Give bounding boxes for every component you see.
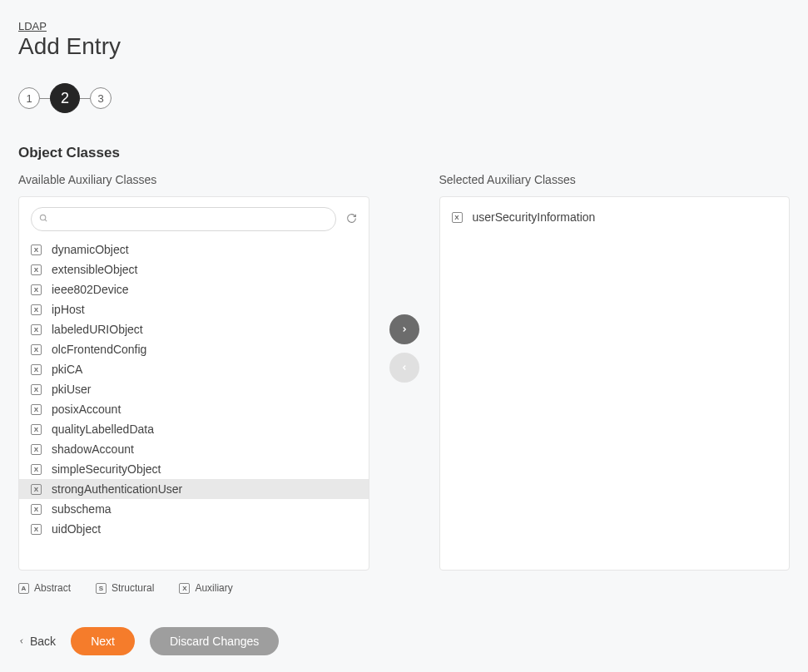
- chevron-left-icon: [18, 635, 25, 648]
- class-item-label: posixAccount: [52, 403, 121, 416]
- type-badge-icon: A: [18, 583, 29, 594]
- section-title-object-classes: Object Classes: [18, 145, 790, 161]
- available-list-box: XdynamicObjectXextensibleObjectXieee802D…: [18, 196, 369, 571]
- class-item-label: extensibleObject: [52, 263, 138, 276]
- class-item-label: pkiUser: [52, 383, 91, 396]
- class-item-label: shadowAccount: [52, 442, 134, 456]
- footer-actions: Back Next Discard Changes: [18, 627, 790, 655]
- move-left-button: [389, 353, 419, 383]
- type-badge-icon: X: [31, 484, 42, 495]
- back-button[interactable]: Back: [18, 635, 56, 648]
- back-label: Back: [30, 635, 56, 648]
- available-class-item[interactable]: XpkiCA: [19, 359, 369, 379]
- available-class-list: XdynamicObjectXextensibleObjectXieee802D…: [19, 240, 369, 570]
- type-badge-icon: X: [179, 583, 190, 594]
- step-connector: [80, 98, 90, 99]
- move-right-button[interactable]: [389, 314, 419, 344]
- available-class-item[interactable]: XposixAccount: [19, 399, 369, 419]
- available-class-item[interactable]: XshadowAccount: [19, 439, 369, 459]
- selected-label: Selected Auxiliary Classes: [439, 173, 791, 186]
- type-badge-icon: X: [31, 424, 42, 435]
- class-item-label: ipHost: [52, 303, 85, 316]
- available-class-item[interactable]: XolcFrontendConfig: [19, 339, 369, 359]
- transfer-buttons: [389, 173, 419, 383]
- type-badge-icon: X: [31, 524, 42, 535]
- search-input[interactable]: [31, 207, 336, 231]
- breadcrumb-ldap[interactable]: LDAP: [18, 20, 47, 32]
- chevron-right-icon: [400, 324, 409, 336]
- type-badge-icon: X: [31, 344, 42, 355]
- available-class-item[interactable]: XsimpleSecurityObject: [19, 459, 369, 479]
- type-badge-icon: S: [96, 583, 107, 594]
- class-item-label: dynamicObject: [52, 243, 129, 256]
- legend-label: Abstract: [34, 582, 71, 594]
- type-badge-icon: X: [31, 464, 42, 475]
- class-item-label: userSecurityInformation: [473, 210, 596, 224]
- available-class-item[interactable]: XlabeledURIObject: [19, 319, 369, 339]
- type-badge-icon: X: [31, 304, 42, 315]
- available-class-item[interactable]: XuidObject: [19, 519, 369, 539]
- available-class-item[interactable]: Xieee802Device: [19, 279, 369, 299]
- discard-button[interactable]: Discard Changes: [150, 627, 279, 655]
- step-connector: [40, 98, 50, 99]
- step-2[interactable]: 2: [50, 83, 80, 113]
- type-badge-icon: X: [31, 444, 42, 455]
- legend-item: SStructural: [96, 582, 154, 594]
- type-badge-icon: X: [31, 324, 42, 335]
- class-item-label: qualityLabelledData: [52, 422, 154, 436]
- step-3[interactable]: 3: [90, 87, 112, 109]
- selected-column: Selected Auxiliary Classes XuserSecurity…: [439, 173, 791, 571]
- search-row: [19, 197, 369, 240]
- class-item-label: ieee802Device: [52, 283, 129, 296]
- class-item-label: pkiCA: [52, 363, 82, 376]
- type-badge-icon: X: [31, 245, 42, 255]
- type-badge-icon: X: [31, 384, 42, 395]
- search-icon: [39, 214, 48, 225]
- available-class-item[interactable]: XdynamicObject: [19, 240, 369, 259]
- type-badge-icon: X: [31, 264, 42, 275]
- chevron-left-icon: [400, 362, 409, 374]
- type-badge-icon: X: [31, 504, 42, 515]
- available-class-item[interactable]: Xsubschema: [19, 499, 369, 519]
- next-button[interactable]: Next: [71, 627, 135, 655]
- type-badge-icon: X: [31, 284, 42, 295]
- svg-line-1: [45, 219, 47, 220]
- class-item-label: labeledURIObject: [52, 323, 143, 336]
- legend: AAbstractSStructuralXAuxiliary: [18, 582, 790, 594]
- svg-point-0: [40, 215, 45, 220]
- available-class-item[interactable]: XqualityLabelledData: [19, 419, 369, 439]
- refresh-icon[interactable]: [346, 213, 357, 226]
- class-item-label: strongAuthenticationUser: [52, 482, 182, 496]
- available-class-item[interactable]: XipHost: [19, 299, 369, 319]
- step-1[interactable]: 1: [18, 87, 40, 109]
- available-class-item[interactable]: XextensibleObject: [19, 259, 369, 279]
- available-class-item[interactable]: XpkiUser: [19, 379, 369, 399]
- selected-class-item[interactable]: XuserSecurityInformation: [452, 209, 778, 225]
- stepper: 1 2 3: [18, 83, 790, 113]
- dual-list-container: Available Auxiliary Classes XdynamicObje…: [18, 173, 790, 571]
- available-class-item[interactable]: XstrongAuthenticationUser: [19, 479, 369, 499]
- class-item-label: subschema: [52, 502, 112, 516]
- type-badge-icon: X: [31, 404, 42, 415]
- class-item-label: uidObject: [52, 522, 101, 536]
- available-column: Available Auxiliary Classes XdynamicObje…: [18, 173, 369, 571]
- page-title: Add Entry: [18, 33, 790, 60]
- available-label: Available Auxiliary Classes: [18, 173, 369, 186]
- legend-label: Structural: [112, 582, 154, 594]
- type-badge-icon: X: [31, 364, 42, 375]
- class-item-label: olcFrontendConfig: [52, 343, 146, 356]
- legend-item: XAuxiliary: [179, 582, 232, 594]
- legend-label: Auxiliary: [195, 582, 232, 594]
- legend-item: AAbstract: [18, 582, 71, 594]
- selected-list-box: XuserSecurityInformation: [439, 196, 791, 571]
- type-badge-icon: X: [452, 212, 463, 223]
- class-item-label: simpleSecurityObject: [52, 462, 161, 476]
